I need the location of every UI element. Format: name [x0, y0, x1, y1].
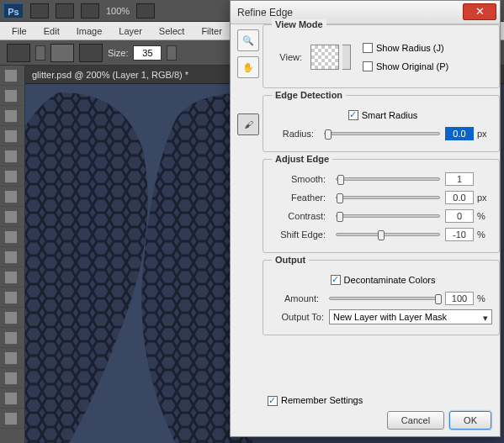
amount-slider[interactable] — [329, 297, 440, 300]
brush-mode-add-icon[interactable] — [50, 44, 74, 62]
lasso-tool[interactable] — [0, 106, 24, 126]
shift-slider[interactable] — [336, 233, 440, 236]
smart-radius-checkbox[interactable] — [348, 110, 358, 120]
amount-input[interactable]: 100 — [445, 292, 474, 305]
close-icon[interactable]: ✕ — [463, 3, 496, 20]
feather-unit: px — [477, 192, 492, 203]
edge-detection-group: Edge Detection Smart Radius Radius: 0.0 … — [263, 95, 500, 152]
smart-radius-label: Smart Radius — [362, 110, 418, 120]
output-to-select[interactable]: New Layer with Layer Mask — [329, 309, 492, 324]
wand-tool[interactable] — [0, 126, 24, 146]
dialog-titlebar[interactable]: Refine Edge ✕ — [231, 1, 500, 24]
feather-input[interactable]: 0.0 — [445, 191, 474, 204]
menu-image[interactable]: Image — [68, 24, 111, 39]
menu-file[interactable]: File — [3, 24, 35, 39]
stamp-tool[interactable] — [0, 227, 24, 247]
view-mode-title: View Mode — [272, 19, 326, 29]
tool-preset-dropdown[interactable] — [35, 45, 45, 61]
brush-mode-sub-icon[interactable] — [79, 44, 103, 62]
contrast-unit: % — [477, 211, 492, 221]
radius-unit: px — [477, 129, 492, 139]
contrast-label: Contrast: — [273, 211, 326, 221]
refine-edge-dialog: Refine Edge ✕ 🔍 ✋ 🖌 View Mode View: Show… — [230, 0, 501, 437]
tools-panel — [0, 66, 25, 443]
shift-input[interactable]: -10 — [445, 228, 474, 241]
smooth-input[interactable]: 1 — [445, 172, 474, 186]
menu-select[interactable]: Select — [151, 24, 194, 39]
view-thumbnail[interactable] — [310, 45, 339, 70]
show-original-checkbox[interactable] — [363, 61, 373, 71]
adjust-edge-title: Adjust Edge — [272, 154, 332, 164]
shape-tool[interactable] — [0, 409, 24, 429]
history-brush-tool[interactable] — [0, 247, 24, 267]
menu-edit[interactable]: Edit — [35, 24, 68, 39]
gradient-tool[interactable] — [0, 287, 24, 308]
output-title: Output — [272, 255, 309, 265]
radius-slider[interactable] — [324, 132, 440, 135]
healing-tool[interactable] — [0, 187, 24, 207]
eraser-tool[interactable] — [0, 267, 24, 287]
adjust-edge-group: Adjust Edge Smooth:1 Feather:0.0px Contr… — [263, 159, 500, 253]
contrast-input[interactable]: 0 — [445, 209, 474, 223]
output-group: Output Decontaminate Colors Amount:100% … — [263, 260, 500, 335]
blur-tool[interactable] — [0, 308, 24, 328]
size-input[interactable] — [133, 45, 162, 61]
decontaminate-label: Decontaminate Colors — [344, 275, 436, 285]
zoom-level[interactable]: 100% — [106, 6, 130, 16]
show-radius-checkbox[interactable] — [363, 43, 373, 53]
smooth-label: Smooth: — [273, 174, 326, 184]
edge-detection-title: Edge Detection — [272, 90, 346, 100]
document-tab-label: glitter.psd @ 200% (Layer 1, RGB/8) * — [32, 70, 188, 80]
bridge-icon[interactable] — [30, 3, 49, 18]
dodge-tool[interactable] — [0, 328, 24, 348]
shift-unit: % — [477, 229, 492, 240]
show-original-label: Show Original (P) — [376, 61, 448, 71]
cancel-button[interactable]: Cancel — [387, 411, 444, 430]
amount-unit: % — [477, 293, 492, 303]
arrange-icon[interactable] — [81, 3, 99, 18]
hand-tool-icon[interactable]: ✋ — [237, 56, 259, 78]
smooth-slider[interactable] — [336, 177, 440, 181]
show-radius-label: Show Radius (J) — [376, 43, 444, 53]
view-mode-group: View Mode View: Show Radius (J) Show Ori… — [263, 24, 500, 88]
crop-tool[interactable] — [0, 146, 24, 166]
amount-label: Amount: — [273, 293, 319, 303]
brush-tool[interactable] — [0, 207, 24, 227]
radius-label: Radius: — [273, 129, 314, 139]
feather-slider[interactable] — [336, 196, 440, 199]
dialog-title: Refine Edge — [237, 7, 293, 18]
view-dropdown[interactable] — [342, 45, 351, 70]
contrast-slider[interactable] — [336, 214, 440, 218]
type-tool[interactable] — [0, 368, 24, 388]
minibridge-icon[interactable] — [56, 3, 74, 18]
shift-label: Shift Edge: — [273, 229, 326, 240]
size-label: Size: — [108, 48, 128, 58]
marquee-tool[interactable] — [0, 86, 24, 106]
zoom-tool-icon[interactable]: 🔍 — [237, 29, 259, 51]
menu-filter[interactable]: Filter — [193, 24, 230, 39]
path-tool[interactable] — [0, 388, 24, 409]
tool-preset-icon[interactable] — [7, 44, 30, 62]
remember-label: Remember Settings — [281, 395, 363, 405]
menu-layer[interactable]: Layer — [110, 24, 151, 39]
view-label: View: — [273, 52, 302, 62]
pen-tool[interactable] — [0, 348, 24, 368]
extras-icon[interactable] — [136, 3, 155, 18]
radius-input[interactable]: 0.0 — [445, 127, 474, 140]
size-dropdown[interactable] — [167, 45, 177, 61]
ps-logo: Ps — [3, 3, 24, 18]
move-tool[interactable] — [0, 66, 24, 86]
remember-checkbox[interactable] — [268, 396, 278, 406]
feather-label: Feather: — [273, 192, 326, 203]
refine-brush-icon[interactable]: 🖌 — [237, 113, 259, 135]
eyedropper-tool[interactable] — [0, 166, 24, 187]
output-to-label: Output To: — [273, 312, 324, 322]
decontaminate-checkbox[interactable] — [331, 275, 341, 285]
ok-button[interactable]: OK — [449, 411, 491, 430]
